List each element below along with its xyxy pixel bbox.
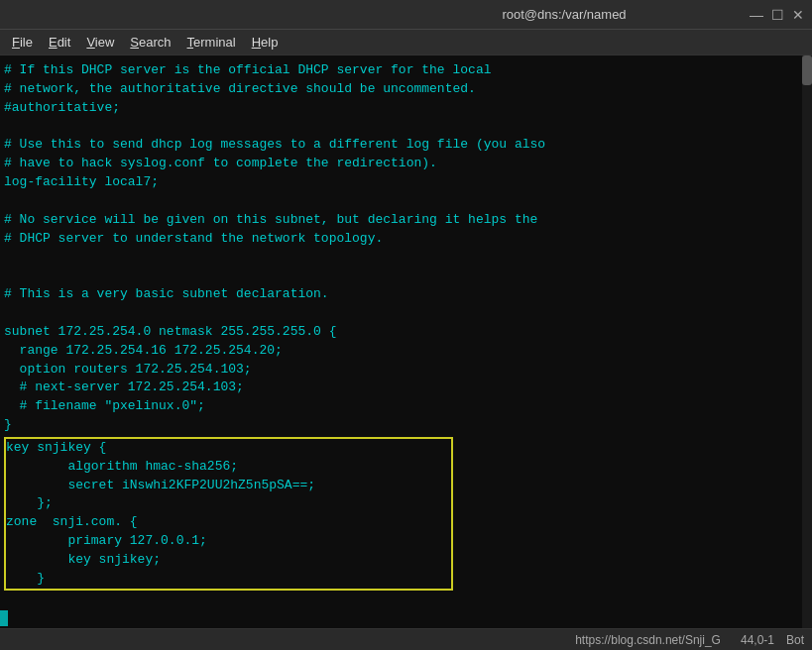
highlighted-block: key snjikey { algorithm hmac-sha256; sec… <box>4 437 453 591</box>
window-controls: — ☐ ✕ <box>750 8 804 22</box>
line-1: # If this DHCP server is the official DH… <box>4 61 808 80</box>
line-6: # have to hack syslog.conf to complete t… <box>4 155 808 173</box>
menu-view[interactable]: View <box>78 33 122 52</box>
minimize-button[interactable]: — <box>750 8 763 22</box>
status-bar: https://blog.csdn.net/Snji_G 44,0-1 Bot <box>0 628 812 650</box>
status-mode: Bot <box>786 633 804 647</box>
menu-help[interactable]: Help <box>244 33 287 52</box>
line-16: range 172.25.254.16 172.25.254.20; <box>4 342 808 361</box>
line-3: #authoritative; <box>4 99 808 118</box>
line-2: # network, the authoritative directive s… <box>4 80 808 99</box>
hl-line-4: }; <box>6 494 451 513</box>
line-14 <box>4 304 808 323</box>
line-12 <box>4 267 808 285</box>
maximize-button[interactable]: ☐ <box>771 8 784 22</box>
hl-line-1: key snjikey { <box>6 439 451 458</box>
terminal-content[interactable]: # If this DHCP server is the official DH… <box>0 55 812 628</box>
close-button[interactable]: ✕ <box>792 8 804 22</box>
window-title: root@dns:/var/named <box>379 7 750 22</box>
hl-line-5: zone snji.com. { <box>6 513 451 532</box>
line-7: log-facility local7; <box>4 173 808 192</box>
menu-edit[interactable]: Edit <box>41 33 78 52</box>
line-4 <box>4 118 808 137</box>
status-url: https://blog.csdn.net/Snji_G <box>575 633 721 647</box>
hl-line-6: primary 127.0.0.1; <box>6 532 451 551</box>
menu-bar: File Edit View Search Terminal Help <box>0 30 812 55</box>
hl-line-2: algorithm hmac-sha256; <box>6 458 451 477</box>
line-18: # next-server 172.25.254.103; <box>4 379 808 397</box>
code-lines: # If this DHCP server is the official DH… <box>4 61 808 435</box>
title-bar: root@dns:/var/named — ☐ ✕ <box>0 0 812 30</box>
menu-terminal[interactable]: Terminal <box>179 33 244 52</box>
scrollbar-thumb[interactable] <box>802 55 812 85</box>
line-15: subnet 172.25.254.0 netmask 255.255.255.… <box>4 323 808 342</box>
hl-line-3: secret iNswhi2KFP2UU2hZ5n5pSA==; <box>6 477 451 495</box>
line-10: # DHCP server to understand the network … <box>4 230 808 249</box>
line-8 <box>4 192 808 211</box>
hl-line-7: key snjikey; <box>6 551 451 570</box>
line-9: # No service will be given on this subne… <box>4 211 808 230</box>
line-20: } <box>4 416 808 435</box>
cursor-indicator <box>0 610 8 626</box>
line-11 <box>4 248 808 267</box>
line-17: option routers 172.25.254.103; <box>4 361 808 379</box>
menu-file[interactable]: File <box>4 33 41 52</box>
line-13: # This is a very basic subnet declaratio… <box>4 285 808 304</box>
status-position: 44,0-1 <box>741 633 774 647</box>
scrollbar[interactable] <box>802 55 812 628</box>
hl-line-8: } <box>6 570 451 589</box>
line-19: # filename "pxelinux.0"; <box>4 397 808 416</box>
line-5: # Use this to send dhcp log messages to … <box>4 136 808 155</box>
menu-search[interactable]: Search <box>122 33 178 52</box>
